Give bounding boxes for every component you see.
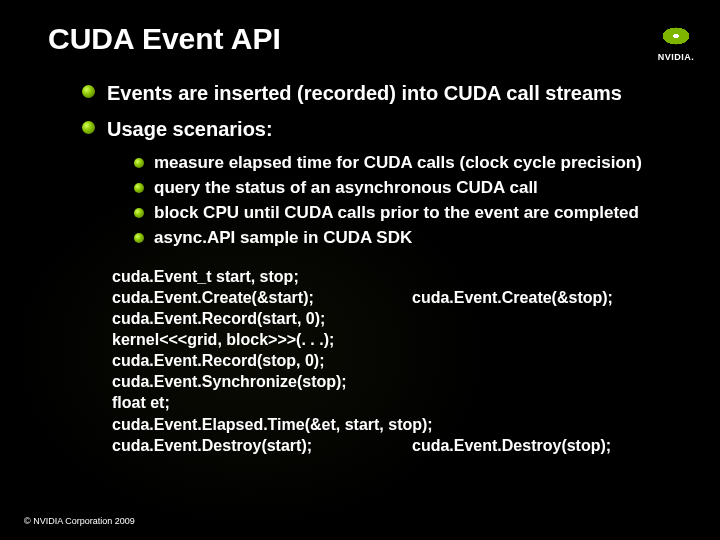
bullet-text: Usage scenarios: — [107, 116, 273, 142]
bullet-sub-3: async.API sample in CUDA SDK — [134, 227, 720, 250]
bullet-text: Events are inserted (recorded) into CUDA… — [107, 80, 622, 106]
code-right: cuda.Event.Destroy(stop); — [412, 435, 611, 456]
bullet-main-0: Events are inserted (recorded) into CUDA… — [82, 80, 720, 106]
bullet-sub-2: block CPU until CUDA calls prior to the … — [134, 202, 720, 225]
code-left: cuda.Event.Record(stop, 0); — [112, 350, 412, 371]
bullet-text: measure elapsed time for CUDA calls (clo… — [154, 152, 642, 175]
bullet-main-1: Usage scenarios: — [82, 116, 720, 142]
code-left: kernel<<<grid, block>>>(. . .); — [112, 329, 412, 350]
bullet-icon — [134, 208, 144, 218]
code-left: cuda.Event.Synchronize(stop); — [112, 371, 412, 392]
slide-title: CUDA Event API — [48, 22, 281, 56]
code-left: cuda.Event_t start, stop; — [112, 266, 412, 287]
bullet-sub-1: query the status of an asynchronous CUDA… — [134, 177, 720, 200]
bullet-icon — [82, 121, 95, 134]
bullet-icon — [82, 85, 95, 98]
bullet-text: block CPU until CUDA calls prior to the … — [154, 202, 639, 225]
bullet-icon — [134, 233, 144, 243]
header-row: CUDA Event API NVIDIA. — [48, 22, 720, 80]
nvidia-eye-icon — [654, 22, 698, 50]
nvidia-logo-text: NVIDIA. — [654, 52, 698, 62]
code-block: cuda.Event_t start, stop; cuda.Event.Cre… — [112, 266, 720, 456]
nvidia-logo: NVIDIA. — [654, 22, 698, 62]
code-line: cuda.Event.Elapsed.Time(&et, start, stop… — [112, 414, 720, 435]
code-line: cuda.Event.Destroy(start);cuda.Event.Des… — [112, 435, 720, 456]
code-line: cuda.Event.Create(&start);cuda.Event.Cre… — [112, 287, 720, 308]
slide: CUDA Event API NVIDIA. Events are insert… — [0, 0, 720, 456]
code-left: cuda.Event.Destroy(start); — [112, 435, 412, 456]
code-left: float et; — [112, 392, 412, 413]
bullet-text: async.API sample in CUDA SDK — [154, 227, 412, 250]
code-left: cuda.Event.Create(&start); — [112, 287, 412, 308]
code-line: kernel<<<grid, block>>>(. . .); — [112, 329, 720, 350]
code-left: cuda.Event.Record(start, 0); — [112, 308, 412, 329]
code-line: cuda.Event_t start, stop; — [112, 266, 720, 287]
code-line: cuda.Event.Synchronize(stop); — [112, 371, 720, 392]
bullet-icon — [134, 158, 144, 168]
bullet-text: query the status of an asynchronous CUDA… — [154, 177, 538, 200]
copyright: © NVIDIA Corporation 2009 — [24, 516, 135, 526]
bullet-icon — [134, 183, 144, 193]
code-right: cuda.Event.Create(&stop); — [412, 287, 613, 308]
code-line: cuda.Event.Record(stop, 0); — [112, 350, 720, 371]
code-line: cuda.Event.Record(start, 0); — [112, 308, 720, 329]
code-left: cuda.Event.Elapsed.Time(&et, start, stop… — [112, 414, 433, 435]
bullet-sub-0: measure elapsed time for CUDA calls (clo… — [134, 152, 720, 175]
code-line: float et; — [112, 392, 720, 413]
